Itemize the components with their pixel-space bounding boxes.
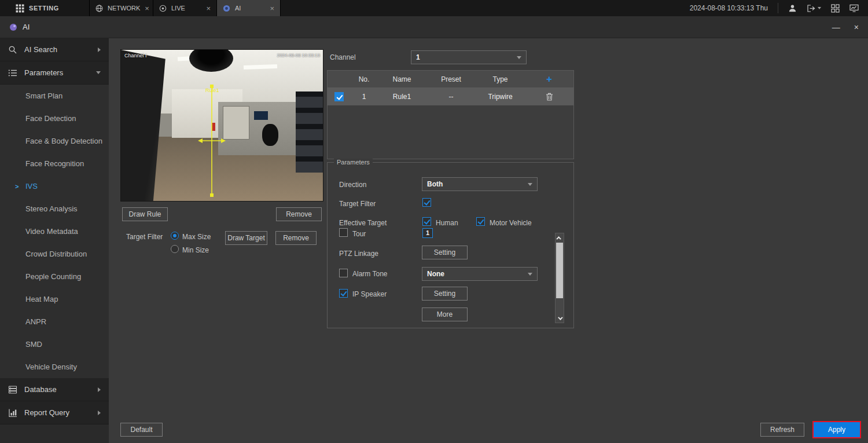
target-filter-label: Target Filter — [126, 233, 163, 241]
min-size-radio[interactable] — [171, 245, 179, 253]
sidebar-item-face-detection[interactable]: Face Detection — [0, 107, 109, 130]
max-size-label: Max Size — [182, 233, 211, 241]
sidebar-item-smd[interactable]: SMD — [0, 333, 109, 356]
apply-button[interactable]: Apply — [814, 422, 860, 437]
sidebar-item-stereo-analysis[interactable]: Stereo Analysis — [0, 197, 109, 220]
channel-value: 1 — [416, 53, 420, 61]
parameters-panel-title: Parameters — [334, 159, 373, 166]
sidebar-item-smart-plan[interactable]: Smart Plan — [0, 85, 109, 107]
sidebar-item-database[interactable]: Database — [0, 378, 109, 401]
draw-rule-button[interactable]: Draw Rule — [122, 207, 168, 221]
topbar-divider — [778, 3, 778, 13]
tab-ai[interactable]: AI × — [217, 0, 281, 16]
rule-name: Rule1 — [377, 93, 426, 101]
motor-vehicle-label: Motor Vehicle — [490, 219, 532, 227]
chevron-down-icon — [558, 315, 562, 320]
scroll-up-button[interactable] — [556, 233, 564, 242]
parameters-panel: Parameters Direction Both Target Filter … — [327, 162, 574, 328]
live-view-icon — [159, 5, 167, 12]
add-rule-button[interactable]: + — [525, 74, 573, 85]
sidebar-item-vehicle-density[interactable]: Vehicle Density — [0, 356, 109, 378]
sidebar-item-heat-map[interactable]: Heat Map — [0, 288, 109, 310]
screen-layout-icon[interactable] — [831, 4, 840, 13]
max-size-radio[interactable] — [171, 232, 179, 240]
tab-network-label: NETWORK — [108, 5, 140, 12]
human-label: Human — [436, 219, 458, 227]
ip-speaker-checkbox[interactable] — [339, 289, 348, 298]
close-window-button[interactable]: × — [854, 23, 859, 31]
channel-select[interactable]: 1 — [411, 50, 527, 64]
tab-network[interactable]: NETWORK × — [90, 0, 153, 16]
target-filter-param-label: Target Filter — [339, 200, 376, 208]
database-label: Database — [24, 385, 57, 394]
ptz-linkage-label: PTZ Linkage — [339, 250, 378, 258]
main-content: Rule1 Channel I 2024-08-08 10:33:13 Draw… — [109, 38, 868, 443]
remove-rule-button[interactable]: Remove — [276, 207, 322, 221]
ip-speaker-label: IP Speaker — [352, 290, 387, 298]
alarm-tone-checkbox[interactable] — [339, 269, 348, 277]
sidebar-item-people-counting[interactable]: People Counting — [0, 265, 109, 288]
rule-preset: -- — [426, 93, 476, 101]
draw-target-button[interactable]: Draw Target — [225, 231, 267, 245]
sidebar-item-crowd-distribution[interactable]: Crowd Distribution — [0, 243, 109, 265]
user-account-icon[interactable] — [788, 4, 797, 13]
sidebar-item-ai-search[interactable]: AI Search — [0, 38, 109, 61]
default-button[interactable]: Default — [120, 423, 163, 437]
chevron-up-icon — [556, 236, 561, 241]
logout-icon[interactable] — [807, 4, 821, 13]
rule-endpoint-handle[interactable] — [210, 193, 214, 197]
col-type: Type — [476, 75, 525, 83]
sidebar-item-anpr[interactable]: ANPR — [0, 310, 109, 333]
sidebar-item-parameters[interactable]: Parameters — [0, 61, 109, 85]
parameters-label: Parameters — [24, 68, 63, 77]
video-preview[interactable]: Rule1 Channel I 2024-08-08 10:33:13 — [120, 49, 323, 202]
scroll-down-button[interactable] — [556, 314, 564, 323]
parameters-submenu: Smart Plan Face Detection Face & Body De… — [0, 85, 109, 378]
sidebar-item-face-body-detection[interactable]: Face & Body Detection — [0, 130, 109, 152]
apps-grid-icon — [16, 4, 24, 13]
display-monitor-icon[interactable] — [849, 4, 859, 12]
ip-speaker-setting-button[interactable]: Setting — [422, 287, 468, 301]
window-controls: — × — [832, 23, 859, 31]
remove-target-button[interactable]: Remove — [275, 231, 317, 245]
direction-label: Direction — [339, 181, 366, 189]
rule-name-label: Rule1 — [205, 87, 219, 93]
parameters-list-icon — [8, 68, 17, 78]
database-icon — [8, 385, 17, 394]
tab-setting[interactable]: SETTING — [0, 0, 90, 16]
sidebar-item-ivs[interactable]: > IVS — [0, 175, 109, 197]
rule-enable-checkbox[interactable] — [334, 92, 344, 101]
chevron-down-icon — [96, 71, 101, 74]
close-live-tab-icon[interactable]: × — [206, 5, 211, 12]
parameters-scrollbar[interactable] — [555, 233, 564, 323]
scrollbar-thumb[interactable] — [556, 243, 563, 298]
alarm-tone-select[interactable]: None — [422, 267, 538, 281]
minimize-button[interactable]: — — [832, 23, 840, 31]
tab-live[interactable]: LIVE × — [153, 0, 217, 16]
sidebar-item-face-recognition[interactable]: Face Recognition — [0, 152, 109, 175]
timestamp-osd: 2024-08-08 10:33:13 — [277, 53, 320, 58]
tour-value-input[interactable]: 1 — [422, 228, 433, 238]
channel-label: Channel — [330, 53, 356, 61]
close-ai-tab-icon[interactable]: × — [270, 5, 274, 12]
ai-search-label: AI Search — [24, 45, 57, 54]
rule-table-row[interactable]: 1 Rule1 -- Tripwire — [328, 87, 573, 105]
ptz-setting-button[interactable]: Setting — [422, 246, 468, 259]
tour-checkbox[interactable] — [339, 228, 348, 237]
close-network-tab-icon[interactable]: × — [145, 5, 149, 12]
more-button[interactable]: More — [422, 307, 468, 321]
direction-select[interactable]: Both — [422, 177, 538, 191]
ai-search-icon — [8, 45, 17, 54]
motor-vehicle-checkbox[interactable] — [476, 217, 485, 226]
human-checkbox[interactable] — [422, 217, 431, 226]
chevron-right-icon — [98, 47, 101, 52]
target-filter-checkbox[interactable] — [422, 198, 431, 207]
tab-live-label: LIVE — [171, 5, 185, 12]
refresh-button[interactable]: Refresh — [760, 423, 804, 437]
logout-caret-icon — [818, 7, 821, 9]
delete-rule-icon[interactable] — [525, 93, 573, 101]
sidebar-item-video-metadata[interactable]: Video Metadata — [0, 220, 109, 243]
sidebar-item-report-query[interactable]: Report Query — [0, 401, 109, 424]
report-query-label: Report Query — [24, 408, 69, 417]
chevron-right-icon — [98, 411, 101, 415]
